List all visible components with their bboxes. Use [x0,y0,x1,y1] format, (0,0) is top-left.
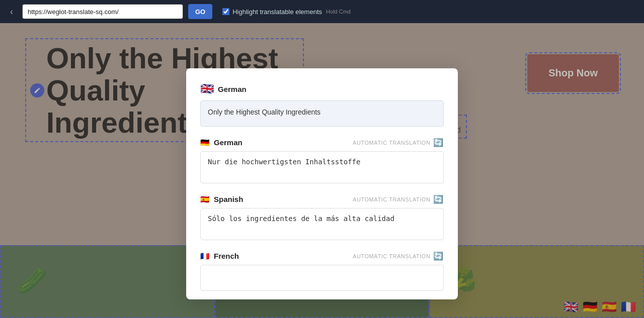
spanish-auto-label: AUTOMATIC TRANSLATION 🔄 [353,194,444,204]
german-auto-text: AUTOMATIC TRANSLATION [353,140,430,146]
modal-overlay: 🇬🇧 German Only the Highest Quality Ingre… [0,23,644,318]
go-button[interactable]: GO [188,4,212,19]
highlight-label: Highlight translatable elements [232,8,322,16]
highlight-area: Highlight translatable elements Hold Cmd [222,8,351,16]
german-auto-label: AUTOMATIC TRANSLATION 🔄 [353,138,444,147]
highlight-checkbox[interactable] [222,8,229,15]
source-text-box: Only the Highest Quality Ingredients [200,100,444,127]
german-translation-row: 🇩🇪 German AUTOMATIC TRANSLATION 🔄 [200,138,444,185]
top-bar: ‹ GO Highlight translatable elements Hol… [0,0,644,23]
french-lang-name: French [214,252,239,260]
page-background: Only the Highest Quality Ingredients In … [0,23,644,318]
spanish-auto-text: AUTOMATIC TRANSLATION [353,196,430,202]
source-flag: 🇬🇧 [200,82,214,95]
hold-cmd-label: Hold Cmd [326,9,351,15]
spanish-translation-row: 🇪🇸 Spanish AUTOMATIC TRANSLATION 🔄 [200,194,444,242]
french-auto-text: AUTOMATIC TRANSLATION [353,253,430,259]
french-auto-icon[interactable]: 🔄 [433,251,444,261]
french-translation-header: 🇫🇷 French AUTOMATIC TRANSLATION 🔄 [200,251,444,261]
back-button[interactable]: ‹ [6,5,17,19]
translation-modal: 🇬🇧 German Only the Highest Quality Ingre… [186,68,458,299]
spanish-translation-input[interactable] [200,208,444,240]
french-translation-row: 🇫🇷 French AUTOMATIC TRANSLATION 🔄 [200,251,444,293]
german-translation-input[interactable] [200,151,444,183]
german-flag: 🇩🇪 [200,138,210,147]
french-flag: 🇫🇷 [200,252,210,261]
spanish-auto-icon[interactable]: 🔄 [433,194,444,204]
german-translation-header: 🇩🇪 German AUTOMATIC TRANSLATION 🔄 [200,138,444,147]
spanish-lang-label: 🇪🇸 Spanish [200,195,243,204]
spanish-flag: 🇪🇸 [200,195,210,204]
spanish-lang-name: Spanish [214,195,243,203]
source-lang-name: German [218,85,247,93]
french-lang-label: 🇫🇷 French [200,252,239,261]
spanish-translation-header: 🇪🇸 Spanish AUTOMATIC TRANSLATION 🔄 [200,194,444,204]
url-input[interactable] [22,4,183,19]
german-lang-name: German [214,138,243,147]
german-lang-label: 🇩🇪 German [200,138,243,147]
french-translation-input[interactable] [200,265,444,291]
french-auto-label: AUTOMATIC TRANSLATION 🔄 [353,251,444,261]
modal-source-lang: 🇬🇧 German [200,82,444,95]
german-auto-icon[interactable]: 🔄 [433,138,444,147]
